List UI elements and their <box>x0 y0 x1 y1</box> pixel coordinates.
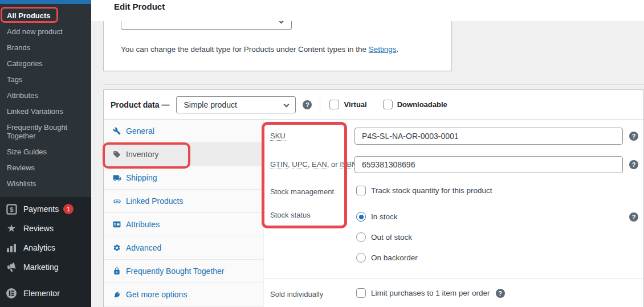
sidebar-item-tags[interactable]: Tags <box>0 71 91 87</box>
plug-icon <box>113 290 121 299</box>
product-data-header: Product data — Simple product ? Virtual … <box>104 90 643 120</box>
limit-purchases-checkbox[interactable] <box>356 288 366 298</box>
sidebar-item-linked-variations[interactable]: Linked Variations <box>0 103 91 119</box>
tab-label: Inventory <box>126 150 159 159</box>
stock-status-in-stock: In stock <box>356 212 398 222</box>
tab-advanced[interactable]: Advanced <box>104 236 263 260</box>
gtin-help-icon[interactable]: ? <box>629 160 638 169</box>
sidebar-item-add-new-product[interactable]: Add new product <box>0 23 91 39</box>
product-data-body: General Inventory Shipping Linked Produc… <box>104 120 643 307</box>
settings-link[interactable]: Settings <box>369 45 397 54</box>
sidebar-item-brands[interactable]: Brands <box>0 39 91 55</box>
virtual-checkbox[interactable] <box>329 100 339 109</box>
track-stock-checkbox[interactable] <box>356 186 366 195</box>
row-divider <box>264 278 643 279</box>
active-menu-highlight <box>0 0 91 4</box>
sidebar-item-label: Payments <box>23 204 59 214</box>
tab-label: General <box>126 126 154 136</box>
tab-label: Advanced <box>126 243 161 252</box>
tab-attributes[interactable]: Attributes <box>104 213 263 236</box>
notice-suffix: . <box>397 45 399 54</box>
tab-inventory[interactable]: Inventory <box>104 143 263 166</box>
out-of-stock-label: Out of stock <box>371 233 412 241</box>
products-submenu: All Products Add new product Brands Cate… <box>0 4 91 197</box>
svg-text:$: $ <box>10 206 14 212</box>
product-data-tabs: General Inventory Shipping Linked Produc… <box>104 120 264 307</box>
stock-status-out-of-stock: Out of stock <box>356 232 412 242</box>
on-backorder-label: On backorder <box>371 253 418 262</box>
tab-label: Attributes <box>126 220 160 229</box>
track-stock-option: Track stock quantity for this product <box>356 186 492 195</box>
tab-label: Shipping <box>126 173 157 182</box>
sku-help-icon[interactable]: ? <box>629 132 638 141</box>
tab-frequently-bought-together[interactable]: Frequently Bought Together <box>104 260 263 283</box>
bar-chart-icon <box>6 242 17 253</box>
sidebar-item-marketing[interactable]: Marketing <box>0 257 91 277</box>
default-type-select[interactable] <box>121 21 292 30</box>
tab-linked-products[interactable]: Linked Products <box>104 190 263 213</box>
chevron-down-icon <box>279 21 284 23</box>
sku-label: SKU <box>270 132 286 140</box>
content-type-notice: You can change the default type for Prod… <box>121 45 398 54</box>
virtual-label: Virtual <box>344 100 366 109</box>
notice-text: You can change the default type for Prod… <box>121 45 369 54</box>
elementor-icon <box>6 288 17 299</box>
sidebar-item-size-guides[interactable]: Size Guides <box>0 144 91 159</box>
product-type-select[interactable]: Simple product <box>176 96 296 113</box>
sidebar-item-attributes[interactable]: Attributes <box>0 87 91 103</box>
sidebar-item-reviews-sub[interactable]: Reviews <box>0 159 91 175</box>
sidebar-item-all-products[interactable]: All Products <box>0 7 91 23</box>
gtin-abbr: GTIN <box>270 160 288 169</box>
out-of-stock-radio[interactable] <box>356 232 366 242</box>
sidebar-item-label: Analytics <box>23 243 55 252</box>
sku-input[interactable] <box>354 128 623 145</box>
in-stock-label: In stock <box>371 212 398 221</box>
product-type-help-icon[interactable]: ? <box>303 100 312 109</box>
gtin-input[interactable] <box>354 156 623 173</box>
star-icon: ★ <box>6 223 17 234</box>
card-icon <box>113 220 121 229</box>
link-icon <box>113 197 121 206</box>
sidebar-item-reviews[interactable]: ★ Reviews <box>0 219 91 238</box>
gear-icon <box>113 244 121 252</box>
stock-status-on-backorder: On backorder <box>356 253 418 263</box>
stock-status-label: Stock status <box>270 211 311 219</box>
sidebar-item-payments[interactable]: $ Payments 1 <box>0 199 91 219</box>
product-data-title: Product data — <box>111 100 169 109</box>
lock-bag-icon <box>113 267 121 276</box>
truck-icon <box>113 174 121 182</box>
upc-abbr: UPC <box>292 160 307 169</box>
default-type-panel: You can change the default type for Prod… <box>103 21 452 71</box>
sidebar-item-elementor[interactable]: Elementor <box>0 284 91 303</box>
sidebar-item-wishlists[interactable]: Wishlists <box>0 175 91 191</box>
in-stock-radio[interactable] <box>356 212 366 222</box>
product-data-panel: Product data — Simple product ? Virtual … <box>103 89 644 307</box>
tab-label: Frequently Bought Together <box>126 267 225 276</box>
tab-get-more-options[interactable]: Get more options <box>104 283 263 306</box>
tag-icon <box>113 150 121 159</box>
downloadable-label: Downloadable <box>397 100 447 109</box>
track-stock-label: Track stock quantity for this product <box>371 186 492 195</box>
gtin-sep: , or <box>327 160 340 169</box>
limit-purchases-label: Limit purchases to 1 item per order <box>371 289 490 297</box>
sidebar-item-label: Reviews <box>23 224 54 233</box>
gtin-label: GTIN, UPC, EAN, or ISBN <box>270 160 357 169</box>
on-backorder-radio[interactable] <box>356 253 366 263</box>
tab-shipping[interactable]: Shipping <box>104 166 263 190</box>
sold-individually-help-icon[interactable]: ? <box>496 289 505 298</box>
downloadable-option: Downloadable <box>383 100 447 109</box>
inventory-tab-panel: SKU ? GTIN, UPC, EAN, or ISBN ? Stock ma… <box>264 120 643 307</box>
admin-menu: $ Payments 1 ★ Reviews Analytics Marketi… <box>0 199 91 303</box>
sidebar-item-label: Marketing <box>23 263 58 272</box>
sidebar-item-frequently-bought-together[interactable]: Frequently Bought Together <box>0 119 91 144</box>
sidebar-item-label: Elementor <box>23 289 60 298</box>
sidebar-item-analytics[interactable]: Analytics <box>0 238 91 257</box>
tab-general[interactable]: General <box>104 120 263 143</box>
payments-count-badge: 1 <box>63 204 74 214</box>
stock-status-help-icon[interactable]: ? <box>629 212 638 222</box>
header-divider <box>320 98 320 112</box>
downloadable-checkbox[interactable] <box>383 100 393 109</box>
sidebar-item-categories[interactable]: Categories <box>0 55 91 71</box>
gtin-sep: , <box>308 160 312 169</box>
radio-dot <box>359 215 364 219</box>
